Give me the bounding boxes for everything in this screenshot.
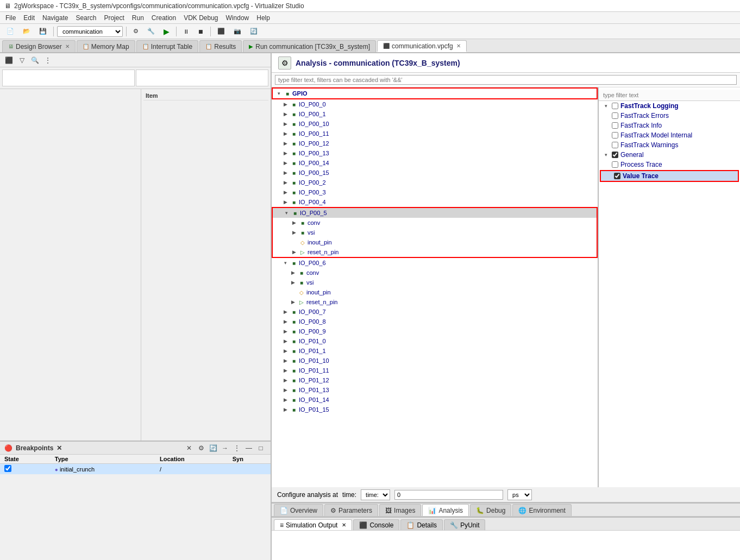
configure-unit-select[interactable]: ps ns us ms — [507, 489, 532, 500]
tree-item-io-p00-6[interactable]: ▾ ■ IO_P00_6 — [272, 258, 598, 268]
left-filter-input2[interactable] — [136, 70, 268, 86]
io-p00-6-toggle[interactable]: ▾ — [281, 259, 289, 267]
tree-item-io-p01-13[interactable]: ▶ ■ IO_P01_13 — [272, 385, 598, 395]
tree-item-io-p01-10[interactable]: ▶ ■ IO_P01_10 — [272, 356, 598, 366]
filter-general[interactable]: ▾ General — [599, 150, 740, 160]
bp-maximize-btn[interactable]: □ — [255, 443, 266, 454]
analysis-filter-input[interactable] — [275, 75, 737, 85]
fasttrack-logging-toggle[interactable]: ▾ — [602, 102, 610, 110]
io-p00-6-reset-toggle[interactable]: ▶ — [289, 298, 297, 306]
io-p00-5-vsi-toggle[interactable]: ▶ — [290, 229, 298, 236]
menu-creation[interactable]: Creation — [148, 13, 179, 23]
tree-item-io-p01-15[interactable]: ▶ ■ IO_P01_15 — [272, 405, 598, 414]
toolbar-btn-stop[interactable]: ⏹ — [195, 27, 207, 36]
tree-item-io-p00-6-inout[interactable]: ▶ ◇ inout_pin — [272, 287, 598, 297]
menu-edit[interactable]: Edit — [20, 13, 38, 23]
menu-navigate[interactable]: Navigate — [39, 13, 71, 23]
tree-item-io-p00-15[interactable]: ▶ ■ IO_P00_15 — [272, 168, 598, 178]
toolbar-btn-restore[interactable]: 🔄 — [247, 26, 261, 36]
toolbar-btn-pause[interactable]: ⏸ — [180, 27, 192, 36]
toolbar-btn-gear[interactable]: 🔧 — [144, 26, 158, 36]
bp-arrow-btn[interactable]: → — [220, 443, 230, 454]
io-p01-12-toggle[interactable]: ▶ — [281, 376, 289, 384]
fasttrack-errors-checkbox[interactable] — [612, 112, 618, 119]
tree-item-io-p00-11[interactable]: ▶ ■ IO_P00_11 — [272, 129, 598, 139]
db-filter-btn[interactable]: ▽ — [16, 55, 27, 66]
bp-state-checkbox-0[interactable] — [4, 465, 11, 472]
filter-fasttrack-model-internal[interactable]: FastTrack Model Internal — [599, 130, 740, 140]
bp-gear-btn[interactable]: ⚙ — [196, 443, 206, 454]
tree-item-io-p00-6-reset[interactable]: ▶ ▷ reset_n_pin — [272, 297, 598, 307]
output-tab-console[interactable]: ⬛ Console — [353, 519, 399, 530]
toolbar-btn-run[interactable]: ▶ — [160, 26, 173, 37]
breakpoints-close[interactable]: ✕ — [57, 444, 62, 452]
tree-item-io-p00-13[interactable]: ▶ ■ IO_P00_13 — [272, 148, 598, 158]
tree-item-io-p00-1[interactable]: ▶ ■ IO_P00_1 — [272, 109, 598, 119]
tab-memory-map[interactable]: 📋 Memory Map — [77, 40, 135, 52]
configure-time-select[interactable]: time: — [361, 489, 390, 500]
tree-item-io-p00-12[interactable]: ▶ ■ IO_P00_12 — [272, 139, 598, 148]
io-p00-5-reset-toggle[interactable]: ▶ — [290, 248, 298, 256]
io-p00-15-toggle[interactable]: ▶ — [281, 169, 289, 177]
bp-delete-btn[interactable]: ✕ — [184, 443, 195, 454]
tree-item-io-p00-5-reset[interactable]: ▶ ▷ reset_n_pin — [273, 247, 597, 257]
io-p00-8-toggle[interactable]: ▶ — [281, 318, 289, 325]
toolbar-btn-build[interactable]: ⚙ — [130, 26, 142, 36]
tree-item-gpio[interactable]: ▾ ■ GPIO — [273, 89, 597, 98]
db-more-btn[interactable]: ⋮ — [42, 55, 53, 66]
io-p00-7-toggle[interactable]: ▶ — [281, 308, 289, 316]
value-trace-checkbox[interactable] — [614, 173, 620, 179]
io-p00-4-toggle[interactable]: ▶ — [281, 198, 289, 206]
tree-item-io-p00-0[interactable]: ▶ ■ IO_P00_0 — [272, 99, 598, 109]
tree-item-io-p00-2[interactable]: ▶ ■ IO_P00_2 — [272, 178, 598, 187]
tab-run-communication[interactable]: ▶ Run communication [TC39x_B_system] — [243, 40, 376, 52]
menu-project[interactable]: Project — [101, 13, 127, 23]
filter-value-trace[interactable]: Value Trace — [601, 171, 738, 181]
tab-interrupt-table[interactable]: 📋 Interrupt Table — [136, 40, 199, 52]
tree-item-io-p00-5[interactable]: ▾ ■ IO_P00_5 — [273, 208, 597, 218]
tab-design-browser-close[interactable]: ✕ — [65, 43, 70, 49]
tree-item-io-p01-0[interactable]: ▶ ■ IO_P01_0 — [272, 336, 598, 346]
io-p00-0-toggle[interactable]: ▶ — [281, 100, 289, 108]
menu-vdkdebug[interactable]: VDK Debug — [180, 13, 221, 23]
bottom-tab-parameters[interactable]: ⚙ Parameters — [324, 504, 378, 516]
bp-more-btn[interactable]: ⋮ — [231, 443, 242, 454]
io-p01-13-toggle[interactable]: ▶ — [281, 386, 289, 394]
tree-item-io-p00-5-vsi[interactable]: ▶ ■ vsi — [273, 228, 597, 237]
tree-item-io-p00-3[interactable]: ▶ ■ IO_P00_3 — [272, 187, 598, 197]
db-expand-btn[interactable]: ⬛ — [3, 55, 14, 66]
toolbar-btn-open[interactable]: 📂 — [20, 26, 34, 36]
io-p00-10-toggle[interactable]: ▶ — [281, 120, 289, 128]
menu-search[interactable]: Search — [72, 13, 99, 23]
tree-item-io-p01-14[interactable]: ▶ ■ IO_P01_14 — [272, 395, 598, 405]
tree-item-io-p00-6-conv[interactable]: ▶ ■ conv — [272, 268, 598, 278]
db-search-btn[interactable]: 🔍 — [29, 55, 40, 66]
tree-item-io-p00-14[interactable]: ▶ ■ IO_P00_14 — [272, 158, 598, 168]
tab-results[interactable]: 📋 Results — [199, 40, 242, 52]
toolbar-config-dropdown[interactable]: communication — [57, 26, 123, 37]
toolbar-btn-step[interactable]: ⬛ — [214, 26, 228, 36]
io-p01-14-toggle[interactable]: ▶ — [281, 396, 289, 404]
io-p01-0-toggle[interactable]: ▶ — [281, 337, 289, 345]
io-p00-2-toggle[interactable]: ▶ — [281, 179, 289, 186]
io-p00-1-toggle[interactable]: ▶ — [281, 110, 289, 118]
output-tab-simulation-close[interactable]: ✕ — [342, 522, 346, 528]
bottom-tab-environment[interactable]: 🌐 Environment — [512, 504, 571, 516]
filter-process-trace[interactable]: Process Trace — [599, 160, 740, 169]
menu-file[interactable]: File — [2, 13, 19, 23]
io-p00-12-toggle[interactable]: ▶ — [281, 140, 289, 147]
filter-fasttrack-logging[interactable]: ▾ FastTrack Logging — [599, 101, 740, 111]
output-tab-simulation[interactable]: ≡ Simulation Output ✕ — [274, 519, 352, 530]
io-p01-10-toggle[interactable]: ▶ — [281, 357, 289, 364]
io-p00-3-toggle[interactable]: ▶ — [281, 188, 289, 196]
io-p00-14-toggle[interactable]: ▶ — [281, 159, 289, 167]
io-p00-13-toggle[interactable]: ▶ — [281, 149, 289, 157]
tab-vpcfg[interactable]: ⬛ communication.vpcfg ✕ — [377, 40, 467, 52]
toolbar-btn-new[interactable]: 📄 — [3, 26, 17, 36]
fasttrack-warnings-checkbox[interactable] — [612, 142, 618, 148]
io-p00-11-toggle[interactable]: ▶ — [281, 130, 289, 137]
bp-row-0[interactable]: ● initial_crunch / — [0, 464, 271, 475]
right-filter-input[interactable] — [599, 90, 740, 101]
bp-minimize-btn[interactable]: — — [243, 443, 254, 454]
tab-design-browser[interactable]: 🖥 Design Browser ✕ — [2, 40, 76, 52]
